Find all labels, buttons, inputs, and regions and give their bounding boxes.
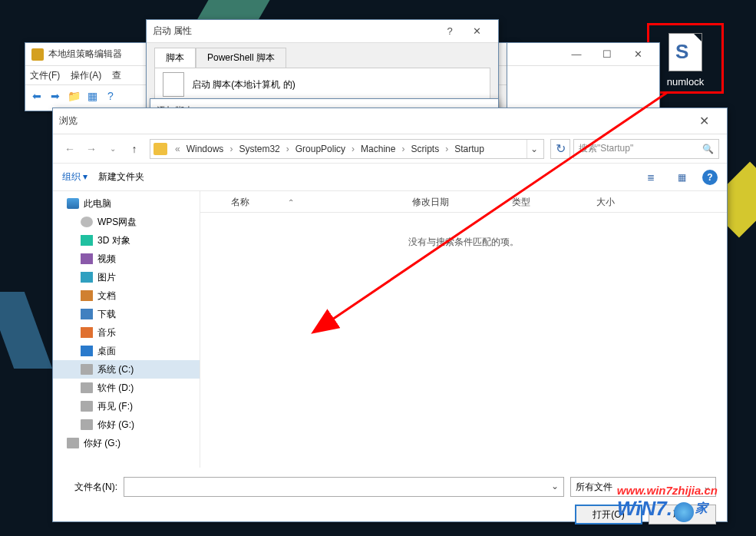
newfolder-button[interactable]: 新建文件夹 bbox=[98, 170, 144, 184]
sidebar-item-label: 软件 (D:) bbox=[97, 382, 134, 395]
sidebar-item-label: 文档 bbox=[97, 290, 116, 303]
downloads-icon bbox=[81, 309, 93, 319]
startup-prop-title: 启动 属性 bbox=[153, 25, 438, 38]
close-button[interactable]: ✕ bbox=[622, 45, 653, 64]
filename-input[interactable]: ⌄ bbox=[124, 477, 564, 497]
list-icon[interactable]: ▦ bbox=[84, 88, 101, 104]
filename-label: 文件名(N): bbox=[64, 481, 117, 494]
browse-titlebar[interactable]: 浏览 ✕ bbox=[53, 108, 727, 134]
sidebar-item[interactable]: 图片 bbox=[53, 268, 200, 286]
watermark-url: www.win7zhijia.cn bbox=[617, 484, 718, 497]
sidebar-item[interactable]: 再见 (F:) bbox=[53, 397, 200, 415]
browse-toolbar: 组织 ▾ 新建文件夹 ≣ ▦ ? bbox=[53, 164, 727, 191]
sidebar-item-label: WPS网盘 bbox=[97, 216, 137, 229]
view-list-button[interactable]: ≣ bbox=[641, 169, 661, 186]
help-button[interactable]: ? bbox=[438, 22, 461, 41]
startup-prop-titlebar[interactable]: 启动 属性 ? ✕ bbox=[147, 20, 498, 43]
sidebar-item-label: 再见 (F:) bbox=[97, 400, 133, 413]
gpedit-icon bbox=[31, 48, 44, 61]
column-headers: 名称 修改日期 类型 大小 bbox=[200, 191, 727, 213]
breadcrumb[interactable]: « Windows› System32› GroupPolicy› Machin… bbox=[150, 139, 544, 159]
help-icon[interactable]: ? bbox=[102, 88, 119, 104]
browse-navbar: ← → ⌄ ↑ « Windows› System32› GroupPolicy… bbox=[53, 134, 727, 164]
sidebar-item[interactable]: 软件 (D:) bbox=[53, 379, 200, 397]
minimize-button[interactable]: — bbox=[561, 45, 592, 64]
bc-windows[interactable]: Windows bbox=[185, 142, 226, 156]
col-date[interactable]: 修改日期 bbox=[400, 191, 500, 212]
cloud-icon bbox=[81, 217, 93, 227]
recent-dropdown[interactable]: ⌄ bbox=[104, 140, 122, 158]
3d-icon bbox=[81, 235, 93, 246]
watermark-logo: WiN7.家 bbox=[617, 497, 708, 521]
sidebar-item-label: 下载 bbox=[97, 308, 116, 321]
view-details-button[interactable]: ▦ bbox=[672, 169, 692, 186]
search-placeholder: 搜索"Startup" bbox=[579, 142, 633, 155]
startup-properties-dialog: 启动 属性 ? ✕ 脚本 PowerShell 脚本 启动 脚本(本地计算机 的… bbox=[146, 19, 499, 111]
tab-scripts[interactable]: 脚本 bbox=[154, 48, 196, 68]
file-list: 名称 修改日期 类型 大小 没有与搜索条件匹配的项。 bbox=[200, 191, 727, 468]
forward-button[interactable]: → bbox=[82, 140, 101, 158]
sidebar-item[interactable]: 视频 bbox=[53, 250, 200, 268]
tab-powershell[interactable]: PowerShell 脚本 bbox=[196, 48, 286, 68]
sidebar-item[interactable]: 文档 bbox=[53, 286, 200, 305]
forward-icon[interactable]: ➡ bbox=[47, 88, 64, 104]
bc-grouppolicy[interactable]: GroupPolicy bbox=[294, 142, 347, 156]
browse-dialog: 浏览 ✕ ← → ⌄ ↑ « Windows› System32› GroupP… bbox=[52, 108, 728, 522]
back-icon[interactable]: ⬅ bbox=[28, 88, 45, 104]
col-name[interactable]: 名称 bbox=[200, 191, 400, 212]
computer-icon bbox=[67, 198, 79, 209]
sidebar-item-label: 3D 对象 bbox=[97, 234, 130, 247]
sidebar-item-label: 你好 (G:) bbox=[97, 419, 134, 432]
search-input[interactable]: 搜索"Startup" 🔍 bbox=[573, 139, 719, 159]
sidebar-item[interactable]: WPS网盘 bbox=[53, 213, 200, 231]
sidebar-item[interactable]: 音乐 bbox=[53, 323, 200, 342]
drive-icon bbox=[67, 438, 79, 448]
refresh-button[interactable]: ↻ bbox=[550, 139, 570, 159]
sidebar-item-label: 系统 (C:) bbox=[97, 363, 134, 376]
browse-title: 浏览 bbox=[59, 114, 687, 127]
back-button[interactable]: ← bbox=[61, 140, 79, 158]
sidebar-item-label: 视频 bbox=[97, 253, 116, 266]
breadcrumb-overflow[interactable]: « bbox=[172, 144, 183, 154]
bc-machine[interactable]: Machine bbox=[359, 142, 397, 156]
pictures-icon bbox=[81, 272, 93, 283]
close-button[interactable]: ✕ bbox=[687, 111, 721, 132]
help-button[interactable]: ? bbox=[702, 170, 718, 185]
menu-view[interactable]: 查 bbox=[112, 69, 121, 82]
up-folder-icon[interactable]: 📁 bbox=[65, 88, 82, 104]
chevron-down-icon: ⌄ bbox=[551, 478, 559, 491]
maximize-button[interactable]: ☐ bbox=[592, 45, 622, 64]
drive-icon bbox=[81, 364, 93, 375]
video-icon bbox=[81, 253, 93, 264]
bc-startup[interactable]: Startup bbox=[453, 142, 486, 156]
bc-system32[interactable]: System32 bbox=[237, 142, 281, 156]
script-icon bbox=[163, 72, 184, 97]
menu-action[interactable]: 操作(A) bbox=[71, 69, 101, 82]
sidebar-item[interactable]: 你好 (G:) bbox=[53, 415, 200, 434]
docs-icon bbox=[81, 290, 93, 301]
sidebar-item[interactable]: 3D 对象 bbox=[53, 231, 200, 250]
drive-icon bbox=[81, 419, 93, 430]
sidebar-item[interactable]: 下载 bbox=[53, 305, 200, 323]
up-button[interactable]: ↑ bbox=[125, 140, 144, 158]
sidebar-item-label: 图片 bbox=[97, 271, 116, 284]
breadcrumb-dropdown[interactable]: ⌄ bbox=[527, 140, 540, 158]
desktop-icon-label: numlock bbox=[653, 76, 718, 88]
menu-file[interactable]: 文件(F) bbox=[30, 69, 60, 82]
explorer-window: — ☐ ✕ bbox=[507, 42, 660, 111]
script-file-icon: S bbox=[669, 33, 702, 71]
bc-scripts[interactable]: Scripts bbox=[409, 142, 441, 156]
col-size[interactable]: 大小 bbox=[584, 191, 661, 212]
sidebar-item-label: 你好 (G:) bbox=[84, 437, 120, 450]
sidebar-item-label: 音乐 bbox=[97, 326, 116, 339]
watermark: www.win7zhijia.cn WiN7.家 bbox=[617, 484, 718, 521]
sidebar-item[interactable]: 此电脑 bbox=[53, 194, 200, 213]
close-button[interactable]: ✕ bbox=[461, 22, 492, 41]
sidebar-item[interactable]: 你好 (G:) bbox=[53, 434, 200, 452]
organize-button[interactable]: 组织 ▾ bbox=[62, 170, 87, 184]
col-type[interactable]: 类型 bbox=[500, 191, 584, 212]
sidebar-item[interactable]: 桌面 bbox=[53, 342, 200, 360]
sidebar-item[interactable]: 系统 (C:) bbox=[53, 360, 200, 379]
search-icon: 🔍 bbox=[702, 144, 714, 154]
drive-icon bbox=[81, 401, 93, 412]
